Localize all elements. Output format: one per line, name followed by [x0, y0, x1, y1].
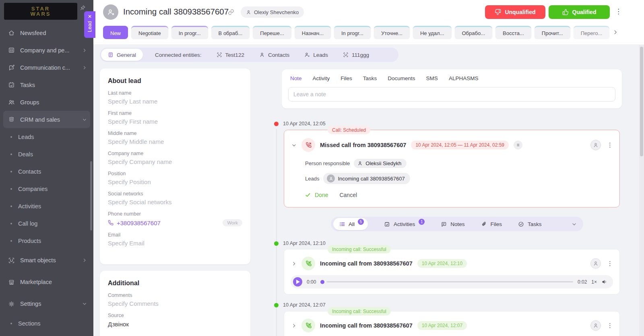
field-label: Phone number	[108, 211, 242, 217]
app-logo[interactable]: STAR WARS	[4, 3, 77, 20]
stages-scroll-right-icon[interactable]	[613, 29, 618, 35]
sidebar-scrollbar-thumb[interactable]	[90, 161, 92, 230]
filter-notes[interactable]: Notes	[441, 221, 464, 227]
thumb-down-icon	[495, 9, 501, 15]
stage-chip-new[interactable]: New	[103, 26, 128, 39]
card-kebab-menu[interactable]: ⋮	[607, 141, 613, 149]
calendar-icon	[8, 81, 15, 88]
note-input[interactable]	[288, 87, 615, 102]
sidebar-item-products[interactable]: Products	[0, 232, 93, 249]
field-label: First name	[108, 110, 242, 116]
tab-alphasms[interactable]: ALPHASMS	[449, 75, 479, 81]
sidebar-item-crm[interactable]: CRM and sales	[3, 111, 90, 128]
tab-note[interactable]: Note	[290, 75, 302, 81]
timeline-dot-green	[274, 241, 279, 246]
collapse-icon[interactable]	[291, 143, 297, 148]
stage-chip[interactable]: In progr...	[171, 26, 208, 39]
player-seek-handle[interactable]	[320, 280, 324, 284]
sidebar-item-sections[interactable]: Sections	[0, 315, 93, 332]
stage-chip[interactable]: Перего...	[574, 26, 610, 39]
play-button[interactable]	[293, 277, 302, 286]
tab-general[interactable]: General	[101, 49, 143, 61]
lead-reference-chip[interactable]: Incoming call 380938567607	[323, 173, 410, 184]
sidebar-item-marketplace[interactable]: Marketplace	[0, 271, 93, 293]
stage-chip[interactable]: Прочит...	[535, 26, 570, 39]
close-icon[interactable]: ✕	[88, 14, 92, 19]
crm-app: STAR WARS Newsfeed Company and pe... Com…	[0, 0, 644, 336]
header-kebab-menu[interactable]: ⋮	[615, 7, 622, 16]
filter-chevron-down-icon[interactable]	[572, 222, 577, 227]
sidebar-item-companies[interactable]: Companies	[0, 180, 93, 197]
stage-chip[interactable]: Восста...	[495, 26, 531, 39]
tab-activity[interactable]: Activity	[313, 75, 330, 81]
chevron-right-icon	[82, 48, 87, 53]
responsible-pill[interactable]: Olexiy Shevchenko	[241, 6, 304, 18]
sidebar-item-activities[interactable]: Activities	[0, 197, 93, 215]
field-placeholder[interactable]: Specify Last name	[108, 98, 242, 105]
filter-activities[interactable]: Activities 1	[384, 221, 425, 227]
stage-chip[interactable]: Переше...	[253, 26, 291, 39]
chevron-right-icon	[82, 65, 87, 70]
stage-chip[interactable]: Не удал...	[413, 26, 452, 39]
tab-tasks[interactable]: Tasks	[363, 75, 377, 81]
field-placeholder[interactable]: Specify First name	[108, 118, 242, 125]
filter-files[interactable]: Files	[481, 221, 502, 227]
person-responsible-chip[interactable]: Oleksii Siedykh	[354, 159, 407, 168]
sidebar-nav: Newsfeed Company and pe... Communication…	[0, 24, 93, 332]
field-placeholder[interactable]: Specify Comments	[108, 300, 242, 307]
qualified-button[interactable]: Qualified	[549, 5, 610, 19]
sidebar-item-smart-objects[interactable]: Smart objects	[0, 249, 93, 271]
cancel-button[interactable]: Cancel	[339, 192, 357, 198]
tab-leads[interactable]: Leads	[304, 52, 328, 58]
sidebar-item-contacts[interactable]: Contacts	[0, 163, 93, 180]
field-value[interactable]: Дзвінок	[108, 321, 242, 328]
field-last-name: Last name Specify Last name	[108, 90, 242, 105]
stage-chip[interactable]: Обрабо...	[455, 26, 493, 39]
stage-chip[interactable]: Уточне...	[374, 26, 410, 39]
tab-test122[interactable]: Test122	[217, 52, 244, 58]
player-speed[interactable]: 1×	[591, 279, 597, 285]
sidebar-item-label: CRM and sales	[20, 116, 60, 123]
volume-icon[interactable]	[601, 279, 607, 285]
tab-111ggg[interactable]: 111ggg	[343, 52, 369, 58]
tab-files[interactable]: Files	[341, 75, 352, 81]
stage-chip[interactable]: Назнач...	[295, 26, 331, 39]
sidebar-item-call-log[interactable]: Call log	[0, 215, 93, 232]
stage-chip[interactable]: В обраб...	[211, 26, 250, 39]
done-button[interactable]: Done	[305, 192, 328, 198]
sidebar-item-settings[interactable]: Settings	[0, 293, 93, 315]
lead-panel-tab[interactable]: ✕ Lead	[84, 11, 95, 38]
sidebar-item-deals[interactable]: Deals	[0, 145, 93, 163]
filter-all[interactable]: All 5	[333, 218, 368, 230]
page-scrollbar-thumb[interactable]	[640, 47, 643, 156]
filter-tasks[interactable]: Tasks	[518, 221, 542, 227]
expand-icon[interactable]	[291, 323, 297, 328]
card-kebab-menu[interactable]: ⋮	[607, 322, 613, 329]
tab-contacts[interactable]: Contacts	[259, 52, 289, 58]
unqualified-button[interactable]: Unqualified	[485, 5, 545, 19]
sidebar-item-tasks[interactable]: Tasks	[0, 76, 93, 93]
sidebar-item-company[interactable]: Company and pe...	[0, 41, 93, 59]
leads-label: Leads	[305, 176, 319, 182]
field-placeholder[interactable]: Specify Social networks	[108, 199, 242, 205]
field-placeholder[interactable]: Specify Position	[108, 178, 242, 185]
tab-sms[interactable]: SMS	[426, 75, 438, 81]
field-placeholder[interactable]: Specify Middle name	[108, 138, 242, 145]
stage-chip[interactable]: Negotiate	[131, 26, 168, 39]
copy-link-icon[interactable]	[228, 9, 234, 15]
sidebar-item-communication[interactable]: Communication c...	[0, 59, 93, 76]
sidebar-item-newsfeed[interactable]: Newsfeed	[0, 24, 93, 41]
stage-chip[interactable]: In progr...	[334, 26, 371, 39]
card-kebab-menu[interactable]: ⋮	[607, 260, 613, 267]
pin-icon[interactable]	[80, 5, 86, 11]
sidebar-item-groups[interactable]: Groups	[0, 93, 93, 111]
field-placeholder[interactable]: Specify Email	[108, 240, 242, 247]
description-chip[interactable]: ≡	[514, 141, 522, 149]
qualified-label: Qualified	[572, 9, 597, 15]
field-placeholder[interactable]: Specify Company name	[108, 158, 242, 165]
sidebar-item-leads[interactable]: Leads	[0, 128, 93, 145]
tab-documents[interactable]: Documents	[388, 75, 415, 81]
player-track[interactable]	[326, 281, 573, 282]
phone-link[interactable]: +380938567607	[108, 220, 161, 226]
expand-icon[interactable]	[291, 261, 297, 266]
